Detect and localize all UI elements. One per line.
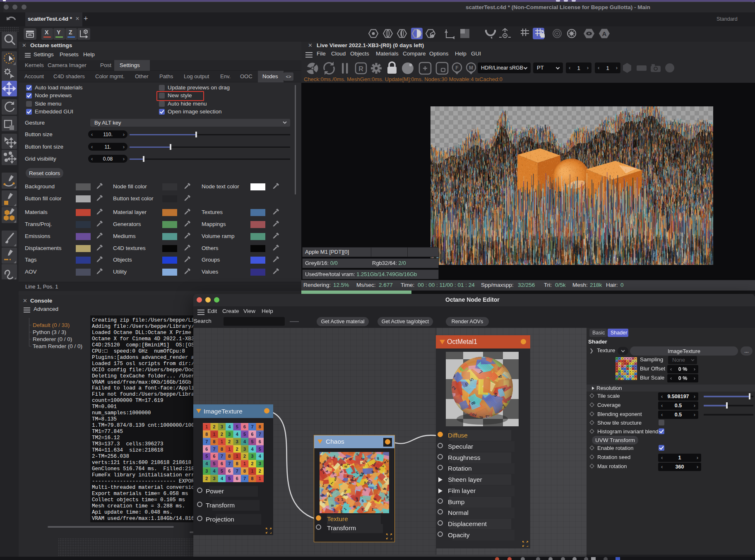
svg-text:A: A bbox=[602, 30, 607, 37]
svg-text:R: R bbox=[358, 65, 363, 72]
svg-text:F: F bbox=[455, 65, 458, 71]
svg-text:M: M bbox=[469, 65, 473, 71]
